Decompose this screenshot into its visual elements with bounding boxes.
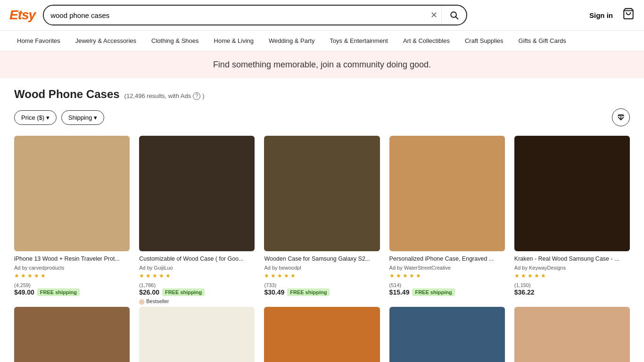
bestseller-text: Bestseller [146, 298, 169, 304]
product-card-partial[interactable] [14, 307, 130, 362]
svg-line-1 [456, 17, 458, 19]
bestseller-icon: ◎ [139, 298, 144, 305]
sort-icon [617, 113, 625, 122]
sort-button[interactable] [612, 108, 630, 126]
product-card[interactable]: Kraken - Real Wood Samsung Case - ... Ad… [514, 136, 630, 305]
nav-item-wedding[interactable]: Wedding & Party [261, 31, 322, 51]
product-title: Customizable of Wood Case ( for Goo... [139, 255, 255, 263]
price-filter-button[interactable]: Price ($) ▾ [14, 110, 57, 125]
star-filled-icon: ★ [34, 272, 39, 279]
search-icon [449, 10, 459, 20]
header: Etsy ✕ Sign in [0, 0, 644, 31]
star-rating: ★★★★★ [389, 272, 505, 279]
review-count: (514) [389, 282, 402, 288]
product-card[interactable]: Personalized iPhone Case, Engraved ... A… [389, 136, 505, 305]
product-price: $15.49 [389, 288, 410, 296]
product-image-placeholder [264, 136, 380, 251]
free-shipping-badge: FREE shipping [162, 288, 205, 296]
product-grid-row2 [14, 307, 630, 362]
nav-item-craft[interactable]: Craft Supplies [457, 31, 511, 51]
shipping-filter-button[interactable]: Shipping ▾ [61, 110, 104, 125]
search-input[interactable] [44, 6, 427, 25]
star-filled-icon: ★ [14, 272, 19, 279]
product-image [139, 136, 255, 251]
banner-text: Find something memorable, join a communi… [213, 60, 431, 69]
bestseller-badge: ◎Bestseller [139, 298, 255, 305]
product-title: Kraken - Real Wood Samsung Case - ... [514, 255, 630, 263]
star-filled-icon: ★ [264, 272, 269, 279]
review-count: (1,786) [139, 282, 156, 288]
product-price: $26.00 [139, 288, 159, 296]
filter-bar: Price ($) ▾ Shipping ▾ [14, 108, 630, 126]
free-shipping-badge: FREE shipping [412, 288, 454, 296]
product-image-partial [514, 307, 630, 362]
star-rating: ★★★★★ [514, 272, 630, 279]
header-actions: Sign in [589, 8, 635, 23]
product-card[interactable]: Customizable of Wood Case ( for Goo... A… [139, 136, 255, 305]
page-title: Wood Phone Cases [14, 88, 120, 101]
search-submit-button[interactable] [441, 6, 466, 25]
nav-item-jewelry[interactable]: Jewelry & Accessories [68, 31, 144, 51]
product-card[interactable]: iPhone 13 Wood + Resin Traveler Prot... … [14, 136, 130, 305]
product-card[interactable]: Wooden Case for Samsung Galaxy S2... Ad … [264, 136, 380, 305]
nav-item-home-favorites[interactable]: Home Favorites [9, 31, 68, 51]
product-image [264, 136, 380, 251]
product-card-partial[interactable] [389, 307, 505, 362]
star-filled-icon: ★ [521, 272, 526, 279]
star-filled-icon: ★ [528, 272, 533, 279]
results-count: (12,496 results, with Ads ? ) [124, 92, 205, 100]
price-row: $30.49 FREE shipping [264, 288, 380, 296]
star-rating: ★★★★★ [14, 272, 130, 279]
star-half-icon: ★ [41, 272, 46, 279]
search-clear-button[interactable]: ✕ [427, 10, 441, 20]
star-filled-icon: ★ [409, 272, 414, 279]
price-row: $49.00 FREE shipping [14, 288, 130, 296]
nav-item-home-living[interactable]: Home & Living [206, 31, 262, 51]
cart-icon [622, 8, 635, 20]
product-seller: Ad by carvedproducts [14, 265, 130, 271]
free-shipping-badge: FREE shipping [287, 288, 330, 296]
star-filled-icon: ★ [271, 272, 276, 279]
product-card-partial[interactable] [514, 307, 630, 362]
etsy-logo[interactable]: Etsy [9, 8, 35, 23]
product-card-partial[interactable] [264, 307, 380, 362]
nav-item-toys[interactable]: Toys & Entertainment [322, 31, 396, 51]
nav-item-gifts[interactable]: Gifts & Gift Cards [511, 31, 574, 51]
nav-item-clothing[interactable]: Clothing & Shoes [144, 31, 206, 51]
product-image-placeholder [139, 136, 255, 251]
star-rating: ★★★★★ [264, 272, 380, 279]
sign-in-button[interactable]: Sign in [589, 11, 613, 19]
product-grid: iPhone 13 Wood + Resin Traveler Prot... … [14, 136, 630, 305]
star-filled-icon: ★ [541, 272, 546, 279]
product-image-partial [264, 307, 380, 362]
product-image-placeholder [14, 136, 130, 251]
nav-item-art[interactable]: Art & Collectibles [396, 31, 457, 51]
product-seller: Ad by GuijiLuo [139, 265, 255, 271]
star-filled-icon: ★ [416, 272, 421, 279]
product-image-partial [389, 307, 505, 362]
results-header: Wood Phone Cases (12,496 results, with A… [14, 88, 630, 101]
info-icon[interactable]: ? [193, 92, 200, 100]
main-nav: Home Favorites Jewelry & Accessories Clo… [0, 31, 644, 51]
product-image [514, 136, 630, 251]
product-title: Wooden Case for Samsung Galaxy S2... [264, 255, 380, 263]
product-card-partial[interactable] [139, 307, 255, 362]
star-filled-icon: ★ [389, 272, 395, 279]
cart-button[interactable] [622, 8, 635, 23]
review-count: (733) [264, 282, 276, 288]
review-count: (4,259) [14, 282, 31, 288]
price-row: $36.22 [514, 288, 630, 296]
product-price: $36.22 [514, 288, 535, 296]
product-seller: Ad by bewoodpl [264, 265, 380, 271]
star-filled-icon: ★ [534, 272, 539, 279]
product-price: $49.00 [14, 288, 34, 296]
product-title: Personalized iPhone Case, Engraved ... [389, 255, 505, 263]
free-shipping-badge: FREE shipping [37, 288, 80, 296]
product-price: $30.49 [264, 288, 284, 296]
star-filled-icon: ★ [159, 272, 164, 279]
price-row: $26.00 FREE shipping [139, 288, 255, 296]
product-title: iPhone 13 Wood + Resin Traveler Prot... [14, 255, 130, 263]
star-filled-icon: ★ [146, 272, 151, 279]
star-filled-icon: ★ [27, 272, 33, 279]
search-bar: ✕ [43, 5, 467, 25]
